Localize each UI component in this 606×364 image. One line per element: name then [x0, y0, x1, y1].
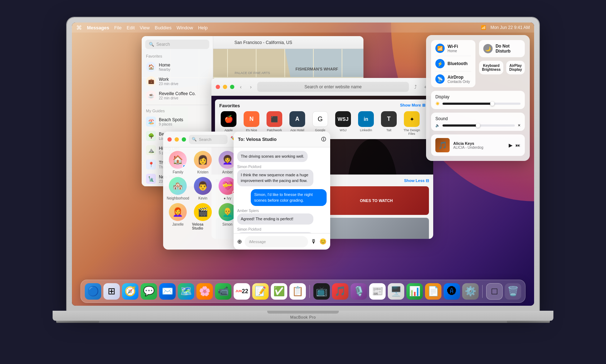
dock-notes[interactable]: 📝	[252, 283, 269, 300]
cc-airplay-tile[interactable]: AirPlay Display	[506, 61, 525, 74]
velosa-avatar: 🎬	[194, 203, 212, 221]
maps-coffee-item[interactable]: ☕ Reveille Coffee Co. 22 min drive	[142, 88, 213, 103]
family-avatar: 🏠	[169, 151, 187, 169]
dock-podcasts[interactable]: 🎙️	[351, 283, 367, 300]
fav-linkedin[interactable]: in LinkedIn	[357, 111, 375, 136]
menubar-file[interactable]: File	[114, 25, 122, 30]
menubar-window[interactable]: Window	[176, 25, 193, 30]
dock-safari[interactable]: 🧭	[122, 283, 138, 300]
dock-photos[interactable]: 🌸	[196, 283, 213, 300]
contact-family[interactable]: 🏠 Family	[167, 151, 189, 174]
card-ones-to-watch-2[interactable]: ONES TO WATCH	[324, 186, 429, 215]
dock-launchpad[interactable]: ⊞	[103, 283, 120, 300]
apps-icon[interactable]: ⊕	[237, 238, 242, 245]
coffee-item-text: Reveille Coffee Co. 22 min drive	[159, 91, 209, 100]
conv-msg-1: The driving scenes are working well.	[237, 151, 308, 162]
music-controls[interactable]: ▶ ⏭	[509, 142, 521, 148]
dock-appletv[interactable]: 📺	[313, 283, 330, 300]
cc-airdrop-row[interactable]: 📡 AirDrop Contacts Only	[435, 74, 471, 84]
contact-kevin[interactable]: 👨 Kevin	[192, 177, 214, 200]
browser-share[interactable]: ⤴	[412, 83, 419, 90]
conv-msg-3: Simon, I'd like to finesse the night sce…	[251, 189, 327, 206]
contact-neighborhood[interactable]: 🏘️ Neighborhood	[167, 177, 189, 200]
dock-stack[interactable]: □	[486, 283, 503, 300]
maps-beach-item[interactable]: 🏖️ Beach Spots 9 places	[142, 114, 213, 129]
messages-list-window[interactable]: 🔍 Search ✏️ 🏠 Family	[163, 132, 242, 250]
contact-velosa[interactable]: 🎬 Velosa Studio	[192, 203, 214, 230]
dock-misc[interactable]: 🖥️	[388, 283, 404, 300]
messages-contacts-grid: 🏠 Family 👩 Kristen	[163, 147, 242, 234]
maps-sidebar-divider	[146, 105, 209, 105]
dock-numbers[interactable]: 📊	[406, 283, 423, 300]
menubar-help[interactable]: Help	[198, 25, 208, 30]
cc-bluetooth-row[interactable]: ⚡ Bluetooth	[435, 59, 471, 68]
airdrop-icon: 📡	[435, 74, 445, 84]
card-misc[interactable]	[324, 218, 429, 239]
dock-freeform[interactable]: 📋	[289, 283, 306, 300]
fav-wsj[interactable]: WSJ WSJ	[334, 111, 352, 136]
newyork-icon: 🗽	[146, 174, 156, 184]
menubar-edit[interactable]: Edit	[127, 25, 135, 30]
browser-back[interactable]: ‹	[237, 83, 244, 90]
cc-display-tile: Display ☀️	[431, 91, 525, 109]
cc-keyboard-tile[interactable]: Keyboard Brightness	[479, 61, 503, 74]
cc-wifi-row[interactable]: 📶 Wi-Fi Home	[435, 44, 471, 53]
play-button[interactable]: ▶	[509, 142, 513, 148]
msg-close[interactable]	[167, 137, 172, 142]
browser-address-input[interactable]: Search or enter website name	[257, 82, 409, 92]
emoji-icon[interactable]: 😊	[319, 238, 327, 245]
dock-calendar[interactable]: JUN 22	[234, 283, 250, 300]
imessage-input[interactable]: iMessage	[245, 236, 308, 247]
dock-appstore[interactable]: 🅐	[444, 283, 460, 300]
msg-sender-simon2: Simon Pickford	[237, 227, 327, 231]
show-less-button[interactable]: Show Less ⊟	[404, 178, 429, 183]
menubar-buddies[interactable]: Buddies	[155, 25, 171, 30]
browser-minimize[interactable]	[223, 85, 227, 89]
control-center[interactable]: 📶 Wi-Fi Home ⚡ Bluetooth	[426, 35, 530, 161]
conv-to: To: Velosa Studio	[238, 137, 277, 142]
fav-design[interactable]: ✦ The Design Files	[402, 111, 421, 136]
dock-finder[interactable]: 🔵	[85, 283, 101, 300]
msg-minimize[interactable]	[175, 137, 179, 142]
menubar-wifi-icon[interactable]: 📶	[481, 25, 486, 30]
skip-button[interactable]: ⏭	[515, 142, 521, 148]
dock-maps[interactable]: 🗺️	[178, 283, 194, 300]
dock-pages[interactable]: 📄	[425, 283, 441, 300]
messages-search[interactable]: 🔍 Search	[189, 135, 228, 144]
menubar-view[interactable]: View	[140, 25, 150, 30]
browser-maximize[interactable]	[230, 85, 234, 89]
beach-item-sub: 9 places	[159, 122, 209, 126]
coffee-item-sub: 22 min drive	[159, 96, 209, 100]
work-item-text: Work 23 min drive	[159, 77, 209, 86]
dock-facetime[interactable]: 📹	[215, 283, 231, 300]
contact-name-neighborhood: Neighborhood	[167, 196, 189, 200]
dock-messages[interactable]: 💬	[141, 283, 157, 300]
hiking-icon: ⛰️	[146, 145, 156, 155]
dock-trash[interactable]: 🗑️	[505, 283, 521, 300]
menubar-app-name[interactable]: Messages	[87, 25, 109, 30]
messages-conversation-window[interactable]: To: Velosa Studio ⓘ The driving scenes a…	[234, 132, 330, 250]
maps-home-item[interactable]: 🏠 Home Nearby	[142, 60, 213, 74]
cc-dnd-tile[interactable]: 🌙 Do Not Disturb	[479, 40, 525, 57]
apple-menu-icon[interactable]: ⌘	[76, 24, 82, 31]
show-more-button[interactable]: Show More ⊞	[400, 103, 425, 108]
contact-kristen[interactable]: 👩 Kristen	[192, 151, 214, 174]
conv-msg-5-group: Simon Pickford I think it's really start…	[237, 227, 327, 233]
dock-reminders[interactable]: ✅	[271, 283, 287, 300]
dock-syspreferences[interactable]: ⚙️	[462, 283, 479, 300]
maps-search-input[interactable]: 🔍 Search	[145, 40, 209, 49]
browser-close[interactable]	[216, 85, 220, 89]
maps-work-item[interactable]: 💼 Work 23 min drive	[142, 74, 213, 88]
dock-music[interactable]: 🎵	[332, 283, 348, 300]
dock-news[interactable]: 📰	[369, 283, 386, 300]
brightness-slider[interactable]	[443, 103, 521, 105]
fav-tait[interactable]: T Tait	[380, 111, 398, 136]
conv-info-icon[interactable]: ⓘ	[321, 136, 326, 143]
dock-mail[interactable]: ✉️	[159, 283, 176, 300]
msg-maximize[interactable]	[182, 137, 186, 142]
audio-icon[interactable]: 🎙	[311, 238, 317, 245]
volume-slider[interactable]	[443, 124, 515, 127]
contact-janelle[interactable]: 👩‍🦰 Janelle	[167, 203, 189, 230]
home-icon: 🏠	[146, 62, 156, 72]
browser-forward[interactable]: ›	[247, 83, 254, 90]
